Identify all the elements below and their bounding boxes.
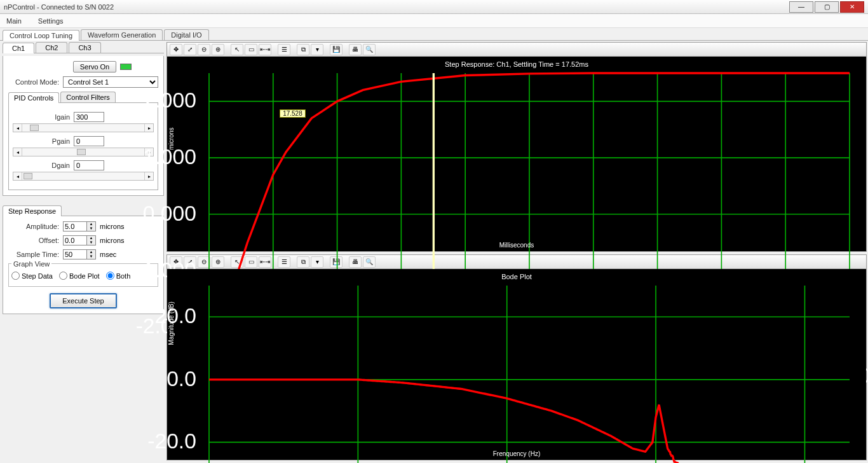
- sample-time-label: Sample Time:: [8, 251, 59, 258]
- sample-time-input[interactable]: ▲▼: [63, 249, 96, 259]
- pgain-slider[interactable]: ◂▸: [13, 148, 154, 156]
- svg-text:2.000: 2.000: [143, 88, 196, 112]
- tab-pid-controls[interactable]: PID Controls: [8, 92, 59, 103]
- plot-toolbar-top: ✥ ⤢ ⊖ ⊕ ↖ ▭ ⇤⇥ ☰ ⧉ ▾ 💾 🖶 🔍: [167, 43, 866, 57]
- zoom-out-icon[interactable]: ⊖: [198, 256, 210, 268]
- offset-unit: microns: [100, 237, 125, 244]
- zoom-in-icon[interactable]: ⊕: [212, 44, 224, 55]
- window-buttons: — ▢ ✕: [789, 1, 864, 13]
- amplitude-label: Amplitude:: [8, 223, 59, 230]
- menubar: Main Settings: [0, 14, 868, 28]
- graph-view-legend: Graph View: [11, 260, 51, 268]
- titlebar: nPControl - Connected to S/N 0022 — ▢ ✕: [0, 0, 868, 14]
- tab-ch1[interactable]: Ch1: [3, 43, 34, 53]
- step-plot-area[interactable]: Step Response: Ch1, Settling Time = 17.5…: [167, 57, 866, 251]
- channel-tabs: Ch1 Ch2 Ch3: [3, 42, 164, 53]
- minimize-button[interactable]: —: [789, 1, 813, 13]
- right-panel: ✥ ⤢ ⊖ ⊕ ↖ ▭ ⇤⇥ ☰ ⧉ ▾ 💾 🖶 🔍 Step Re: [166, 41, 868, 462]
- preview-icon[interactable]: 🔍: [363, 44, 376, 55]
- pid-body: Igain ◂▸ Pgain ◂▸ Dgain ◂▸: [8, 103, 158, 190]
- save-icon[interactable]: 💾: [330, 44, 342, 55]
- dropdown-icon[interactable]: ▾: [311, 44, 323, 55]
- window-title: nPControl - Connected to S/N 0022: [4, 3, 114, 11]
- cursor-icon[interactable]: ⇤⇥: [259, 44, 271, 55]
- igain-input[interactable]: [74, 112, 104, 122]
- amplitude-input[interactable]: ▲▼: [63, 221, 96, 232]
- bode-xlabel: Frenquency (Hz): [167, 450, 866, 457]
- step-response-plot: ✥ ⤢ ⊖ ⊕ ↖ ▭ ⇤⇥ ☰ ⧉ ▾ 💾 🖶 🔍 Step Re: [166, 42, 867, 252]
- bode-plot-area[interactable]: Bode Plot 1.010.0100.01000.010000.0-60.0…: [167, 269, 866, 460]
- menu-main[interactable]: Main: [4, 16, 24, 26]
- select-icon[interactable]: ▭: [245, 44, 257, 55]
- svg-text:20.0: 20.0: [154, 304, 196, 328]
- maximize-button[interactable]: ▢: [815, 1, 839, 13]
- bode-plot-title: Bode Plot: [167, 269, 866, 282]
- tab-waveform-generation[interactable]: Waveform Generation: [81, 29, 163, 40]
- radio-bode-plot[interactable]: Bode Plot: [59, 272, 100, 280]
- step-response-tabs: Step Response: [3, 205, 164, 216]
- dgain-slider[interactable]: ◂▸: [13, 172, 154, 181]
- channel-body: Servo On Control Mode: Control Set 1 PID…: [3, 56, 164, 196]
- tab-ch2[interactable]: Ch2: [36, 42, 67, 53]
- offset-label: Offset:: [8, 237, 59, 244]
- tab-ch3[interactable]: Ch3: [69, 42, 100, 53]
- amplitude-unit: microns: [100, 223, 125, 230]
- tab-control-loop-tuning[interactable]: Control Loop Tuning: [3, 30, 79, 41]
- svg-text:-20.0: -20.0: [147, 429, 196, 453]
- svg-text:0.0: 0.0: [166, 367, 196, 390]
- control-mode-label: Control Mode:: [8, 78, 59, 86]
- settling-time-annotation: 17.528: [280, 109, 306, 118]
- svg-text:0.000: 0.000: [143, 202, 196, 225]
- print-icon[interactable]: 🖶: [349, 44, 362, 55]
- servo-on-button[interactable]: Servo On: [73, 61, 116, 73]
- copy-icon[interactable]: ⧉: [297, 44, 309, 55]
- main-tabs: Control Loop Tuning Waveform Generation …: [0, 28, 868, 41]
- pan-icon[interactable]: ✥: [170, 44, 182, 55]
- step-plot-title: Step Response: Ch1, Settling Time = 17.5…: [167, 57, 866, 69]
- radio-both[interactable]: Both: [106, 272, 131, 280]
- step-ylabel: microns: [168, 127, 175, 149]
- dgain-input[interactable]: [74, 160, 104, 170]
- zoom-icon[interactable]: ⤢: [184, 44, 196, 55]
- bode-ylabel: Magnitude (dB): [168, 301, 175, 345]
- servo-led-icon: [120, 64, 132, 70]
- left-panel: Ch1 Ch2 Ch3 Servo On Control Mode: Contr…: [0, 41, 166, 462]
- igain-label: Igain: [13, 113, 70, 121]
- execute-step-button[interactable]: Execute Step: [50, 293, 116, 308]
- zoom-out-icon[interactable]: ⊖: [198, 44, 210, 55]
- control-mode-select[interactable]: Control Set 1: [63, 76, 158, 88]
- dgain-label: Dgain: [13, 162, 70, 169]
- tab-control-filters[interactable]: Control Filters: [60, 92, 115, 102]
- pgain-input[interactable]: [74, 136, 104, 146]
- tab-step-response[interactable]: Step Response: [3, 205, 62, 216]
- menu-settings[interactable]: Settings: [36, 16, 66, 26]
- props-icon[interactable]: ☰: [278, 44, 290, 55]
- step-xlabel: Milliseconds: [167, 242, 866, 249]
- pid-subtabs: PID Controls Control Filters: [8, 92, 158, 103]
- close-button[interactable]: ✕: [840, 1, 864, 13]
- tab-digital-io[interactable]: Digital I/O: [164, 29, 208, 40]
- igain-slider[interactable]: ◂▸: [13, 123, 154, 132]
- bode-plot: ✥ ⤢ ⊖ ⊕ ↖ ▭ ⇤⇥ ☰ ⧉ ▾ 💾 🖶 🔍 Bode Pl: [166, 254, 867, 460]
- pointer-icon[interactable]: ↖: [231, 44, 243, 55]
- offset-input[interactable]: ▲▼: [63, 235, 96, 245]
- pgain-label: Pgain: [13, 137, 70, 145]
- sample-time-unit: msec: [100, 251, 116, 258]
- radio-step-data[interactable]: Step Data: [11, 272, 53, 280]
